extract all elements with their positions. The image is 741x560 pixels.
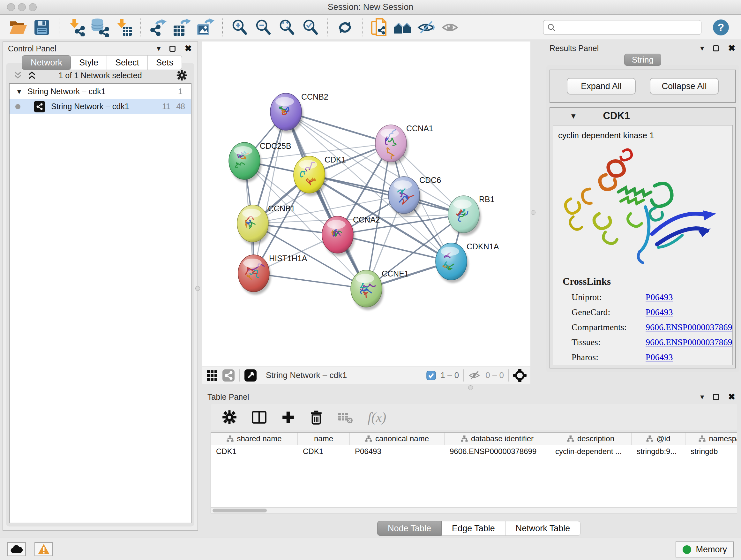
network-node-CCNB2[interactable] (270, 93, 303, 133)
network-collection-row[interactable]: ▾ String Network – cdk1 1 (10, 84, 191, 99)
memory-button[interactable]: Memory (676, 542, 734, 557)
zoom-out-button[interactable] (253, 17, 274, 38)
copy-network-button[interactable] (369, 17, 390, 38)
column-header-database-identifier[interactable]: database identifier (445, 433, 550, 445)
network-canvas[interactable]: CCNB2CCNA1CDC25BCDK1CDC6RB1CCNB1CCNA2CDK… (202, 42, 530, 367)
column-header-description[interactable]: description (550, 433, 631, 445)
table-cell[interactable]: CDK1 (298, 445, 350, 457)
open-session-button[interactable] (8, 17, 29, 38)
import-network-from-database-button[interactable] (89, 17, 111, 38)
cloud-services-button[interactable] (7, 542, 26, 556)
tab-sets[interactable]: Sets (148, 55, 182, 70)
protein-collapse-icon[interactable]: ▾ (571, 112, 576, 120)
table-row[interactable]: CDK1CDK1P064939606.ENSP00000378699cyclin… (211, 445, 737, 457)
birdseye-view-icon[interactable] (206, 370, 218, 381)
table-cell[interactable]: cyclin-dependent ... (550, 445, 631, 457)
network-node-CCNA1[interactable] (375, 125, 408, 165)
crosslink-link[interactable]: P06493 (646, 292, 673, 302)
column-visibility-icon[interactable] (252, 411, 267, 424)
network-row[interactable]: String Network – cdk1 11 48 (10, 99, 191, 114)
selected-checkbox-icon[interactable] (426, 371, 436, 380)
left-splitter-handle[interactable] (195, 286, 200, 291)
hidden-eye-icon[interactable] (468, 370, 481, 381)
table-cell[interactable]: stringdb:9... (631, 445, 685, 457)
column-header-name[interactable]: name (298, 433, 350, 445)
table-panel-close-icon[interactable]: ✖ (728, 393, 735, 401)
network-options-gear-icon[interactable] (177, 70, 187, 81)
delete-table-icon[interactable] (338, 411, 353, 424)
add-column-plus-icon[interactable] (281, 411, 295, 424)
tab-string[interactable]: String (624, 54, 661, 66)
protein-result-header[interactable]: ▾ CDK1 (550, 108, 735, 124)
column-header-shared-name[interactable]: shared name (211, 433, 298, 445)
network-node-CDKN1A[interactable] (435, 243, 468, 283)
control-panel-close-icon[interactable]: ✖ (185, 44, 192, 53)
tab-select[interactable]: Select (107, 55, 148, 70)
export-table-button[interactable] (171, 17, 192, 38)
table-cell[interactable]: CDK1 (211, 445, 298, 457)
table-panel-menu-icon[interactable]: ▾ (700, 393, 704, 401)
collection-expand-icon[interactable]: ▾ (17, 88, 21, 96)
horizontal-splitter-handle[interactable] (468, 385, 473, 390)
hide-selection-button[interactable] (416, 17, 437, 38)
import-network-from-file-button[interactable] (66, 17, 87, 38)
tab-edge-table[interactable]: Edge Table (442, 521, 506, 536)
results-panel-menu-icon[interactable]: ▾ (700, 44, 704, 52)
network-node-CDC6[interactable] (388, 177, 421, 216)
scrollbar-thumb[interactable] (212, 509, 267, 512)
show-graphics-details-button[interactable] (440, 17, 461, 38)
table-panel-float-icon[interactable] (713, 394, 719, 400)
tab-style[interactable]: Style (71, 55, 107, 70)
crosslink-link[interactable]: 9606.ENSP00000378699 (646, 322, 733, 332)
tab-network-table[interactable]: Network Table (506, 521, 581, 536)
apply-layout-button[interactable] (334, 17, 355, 38)
column-header--id[interactable]: @id (631, 433, 685, 445)
network-node-CDK1[interactable] (293, 156, 327, 196)
expand-all-button[interactable]: Expand All (567, 78, 636, 95)
string-panel-icon[interactable] (222, 369, 235, 382)
open-in-window-icon[interactable] (244, 369, 257, 382)
network-node-CCNE1[interactable] (351, 270, 384, 310)
network-node-CCNA2[interactable] (322, 216, 355, 256)
expand-all-icon[interactable] (27, 71, 37, 79)
crosslink-link[interactable]: 9606.ENSP00000378699 (646, 337, 733, 348)
function-builder-icon[interactable]: f(x) (367, 410, 386, 425)
table-cell[interactable]: 9606.ENSP00000378699 (445, 445, 550, 457)
column-header-canonical-name[interactable]: canonical name (350, 433, 445, 445)
table-settings-gear-icon[interactable] (222, 410, 237, 425)
help-button[interactable]: ? (713, 19, 729, 36)
import-table-from-file-button[interactable] (113, 17, 134, 38)
table-cell[interactable]: stringdb (685, 445, 737, 457)
tab-network[interactable]: Network (22, 55, 71, 70)
network-node-RB1[interactable] (448, 196, 481, 236)
search-input[interactable] (559, 23, 697, 32)
export-network-button[interactable] (147, 17, 169, 38)
pan-crosshair-icon[interactable] (513, 369, 527, 382)
crosslink-link[interactable]: P06493 (646, 352, 673, 362)
network-edge[interactable] (254, 112, 286, 273)
collapse-all-button[interactable]: Collapse All (650, 78, 719, 95)
results-panel-float-icon[interactable] (713, 45, 719, 51)
first-neighbors-button[interactable] (393, 17, 414, 38)
save-session-button[interactable] (31, 17, 52, 38)
network-node-HIST1H1A[interactable] (238, 255, 271, 295)
table-cell[interactable]: P06493 (350, 445, 445, 457)
horizontal-scrollbar[interactable] (211, 507, 737, 513)
control-panel-float-icon[interactable] (170, 46, 176, 52)
tab-node-table[interactable]: Node Table (377, 521, 442, 536)
zoom-fit-button[interactable] (276, 17, 297, 38)
network-node-CDC25B[interactable] (229, 142, 262, 182)
collapse-all-icon[interactable] (13, 71, 23, 79)
crosslink-link[interactable]: P06493 (646, 307, 673, 317)
results-panel-close-icon[interactable]: ✖ (728, 44, 735, 53)
delete-trash-icon[interactable] (310, 410, 323, 425)
warnings-button[interactable] (35, 542, 53, 556)
network-node-CCNB1[interactable] (237, 205, 270, 245)
zoom-selected-button[interactable] (300, 17, 321, 38)
zoom-in-button[interactable] (229, 17, 250, 38)
column-header-namespace[interactable]: namespace (685, 433, 737, 445)
export-image-button[interactable] (195, 17, 216, 38)
right-splitter-handle[interactable] (531, 210, 536, 215)
control-panel-menu-icon[interactable]: ▾ (157, 45, 160, 52)
toolbar-search[interactable] (543, 20, 701, 35)
